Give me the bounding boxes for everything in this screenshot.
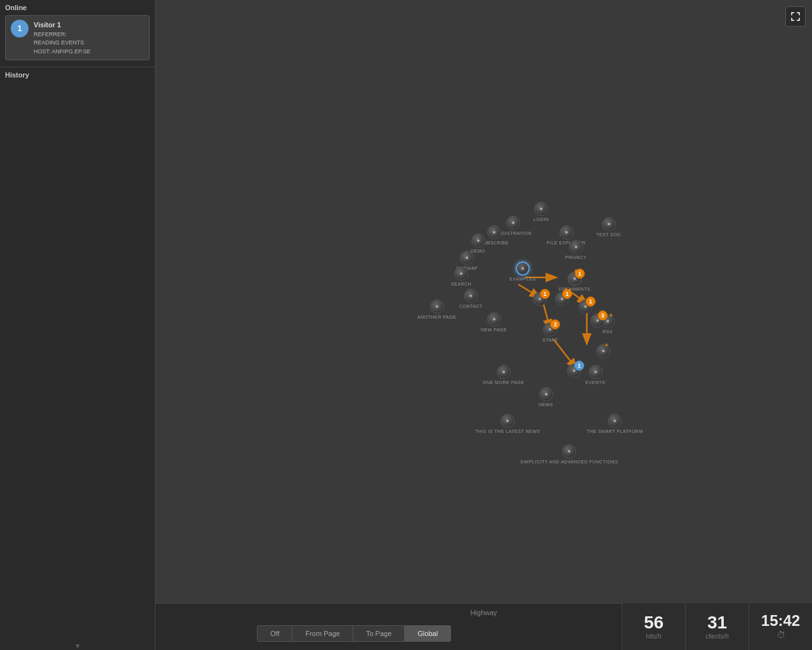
node-another-page[interactable]: ANOTHER PAGE [417,300,456,319]
node-mid2[interactable]: 1 [555,292,569,306]
visitor-avatar: 1 [11,20,29,37]
node-news[interactable]: NEWS [539,387,553,407]
graph-area: LOGIN REGISTRATION SUBSCRIBE FILE EXPLOR… [155,0,812,590]
node-login[interactable]: LOGIN [534,202,549,222]
visitor-card[interactable]: 1 Visitor 1 REFERRER: READING EVENTS HOS… [5,15,150,60]
node-start[interactable]: 2 START [542,322,558,342]
online-label: Online [5,4,150,11]
node-contact[interactable]: CONTACT [459,289,483,308]
visitor-info: Visitor 1 REFERRER: READING EVENTS HOST:… [34,20,91,56]
to-page-button[interactable]: To Page [353,625,405,642]
main-area: LOGIN REGISTRATION SUBSCRIBE FILE EXPLOR… [155,0,812,650]
clients-value: 31 [707,614,727,632]
clients-panel: 31 clients/h [685,603,749,650]
node-events[interactable]: EVENTS [586,365,605,385]
clients-label: clients/h [705,633,729,640]
node-right3[interactable]: 3 [591,314,605,328]
node-right1[interactable]: 1 [579,300,593,314]
clock-panel: 15:42 ⏱ [749,603,812,650]
stats-area: 56 hits/h 31 clients/h 15:42 ⏱ [622,603,812,650]
hits-panel: 56 hits/h [622,603,685,650]
node-examples[interactable]: EXAMPLES [509,262,536,281]
node-mid1[interactable]: 1 [533,292,547,306]
node-documents[interactable]: 1 DOCUMENTS [559,272,591,291]
node-latest-news[interactable]: THIS IS THE LATEST NEWS [475,414,540,434]
from-page-button[interactable]: From Page [292,625,353,642]
history-label: History [5,71,150,79]
node-test-doc[interactable]: TEST DOC [596,217,621,237]
visitor-name: Visitor 1 [34,20,91,30]
highway-label: Highway [470,609,497,616]
clock-value: 15:42 [761,613,800,628]
fullscreen-button[interactable] [785,6,806,27]
toolbar-buttons: Off From Page To Page Global [257,625,451,642]
node-lower-right[interactable]: + [596,344,610,358]
node-one-more-page[interactable]: ONE MORE PAGE [483,365,525,385]
visitor-host: HOST: ANFIPG.EP.SE [34,48,91,56]
sidebar-scroll-bottom[interactable]: ▼ [0,641,155,650]
online-section: Online 1 Visitor 1 REFERRER: READING EVE… [0,0,155,64]
history-section: History [0,67,155,83]
node-events-visitor[interactable]: 1 [567,364,581,378]
bottom-toolbar: Highway Off From Page To Page Global 56 … [155,603,812,650]
visitor-referrer-label: REFERRER: [34,30,91,39]
hits-value: 56 [644,614,664,632]
hits-label: hits/h [646,633,662,640]
node-new-page[interactable]: NEW PAGE [481,312,507,332]
sidebar: Online 1 Visitor 1 REFERRER: READING EVE… [0,0,155,650]
visitor-event: READING EVENTS [34,39,91,48]
node-privacy[interactable]: PRIVACY [565,240,587,260]
global-button[interactable]: Global [405,625,451,642]
off-button[interactable]: Off [257,625,292,642]
node-search[interactable]: SEARCH [451,267,471,286]
node-simplicity[interactable]: SIMPLICITY AND ADVANCED FUNCTIONS [520,444,618,464]
node-smart-platform[interactable]: THE SMART PLATFORM [587,414,643,434]
clock-icon: ⏱ [776,630,785,640]
